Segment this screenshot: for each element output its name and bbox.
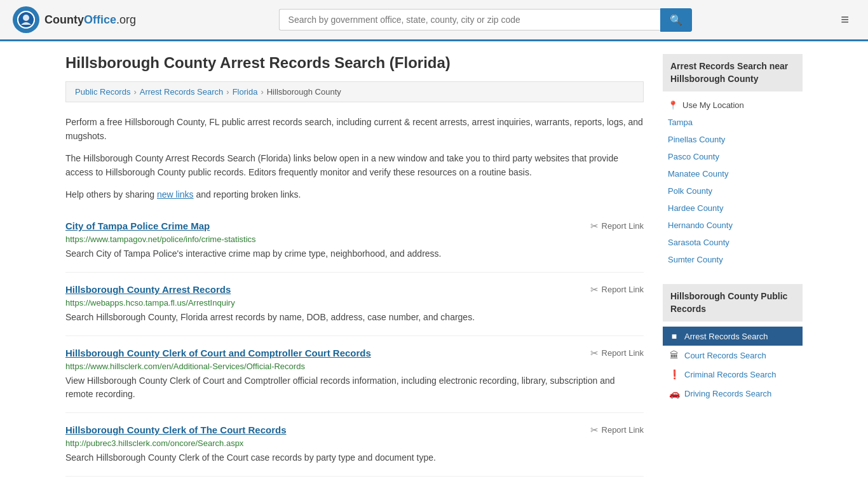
result-desc-2: View Hillsborough County Clerk of Court … [65,374,644,401]
result-item-2: Hillsborough County Clerk of Court and C… [65,336,644,413]
result-item-4: Hillsborough County Court Records (Flori… [65,477,644,488]
result-header-2: Hillsborough County Clerk of Court and C… [65,348,644,359]
search-button[interactable]: 🔍 [660,8,692,32]
logo-suffix: .org [116,13,136,26]
criminal-records-icon: ❗ [669,369,679,379]
result-url-3: http://pubrec3.hillsclerk.com/oncore/Sea… [65,438,644,448]
result-url-2: https://www.hillsclerk.com/en/Additional… [65,362,644,371]
description-2: The Hillsborough County Arrest Records S… [65,151,644,180]
arrest-records-icon: ■ [669,331,679,341]
breadcrumb: Public Records › Arrest Records Search ›… [65,81,644,102]
header-right: ≡ [834,8,855,31]
sidebar-nearby-hardee[interactable]: Hardee County [663,200,803,217]
result-desc-3: Search Hillsborough County Clerk of the … [65,451,644,464]
driving-records-label: Driving Records Search [684,389,771,398]
report-icon-2: ✂ [590,348,599,359]
breadcrumb-current: Hillsborough County [267,87,341,97]
sidebar-nearby-pasco[interactable]: Pasco County [663,148,803,165]
menu-button[interactable]: ≡ [834,8,855,31]
result-title-1[interactable]: Hillsborough County Arrest Records [65,284,231,295]
description-3: Help others by sharing new links and rep… [65,187,644,201]
result-url-0: https://www.tampagov.net/police/info/cri… [65,234,644,244]
report-link-1[interactable]: ✂ Report Link [590,284,644,295]
result-header-1: Hillsborough County Arrest Records ✂ Rep… [65,284,644,295]
sidebar-arrest-records-search[interactable]: ■ Arrest Records Search [663,327,803,346]
logo-icon [13,6,39,33]
sidebar-driving-records-search[interactable]: 🚗 Driving Records Search [663,384,803,403]
report-icon-1: ✂ [590,284,599,295]
main-container: Hillsborough County Arrest Records Searc… [53,41,815,488]
logo-text: CountyOffice.org [44,13,136,27]
sidebar-nearby-pinellas[interactable]: Pinellas County [663,131,803,148]
sidebar-nearby-sarasota[interactable]: Sarasota County [663,234,803,251]
result-item-3: Hillsborough County Clerk of The Court R… [65,413,644,477]
court-records-icon: 🏛 [669,350,679,360]
content-area: Hillsborough County Arrest Records Searc… [65,54,644,488]
desc3-pre: Help others by sharing [65,189,157,200]
sidebar-court-records-search[interactable]: 🏛 Court Records Search [663,346,803,365]
result-desc-0: Search City of Tampa Police's interactiv… [65,247,644,261]
site-header: CountyOffice.org 🔍 ≡ [0,0,868,41]
location-pin-icon: 📍 [668,100,678,110]
report-icon-0: ✂ [590,220,599,232]
sidebar-nearby-polk-label: Polk County [668,186,712,196]
logo-area: CountyOffice.org [13,6,136,33]
sidebar-public-records-title: Hillsborough County Public Records [663,284,803,322]
search-input[interactable] [279,9,660,30]
criminal-records-label: Criminal Records Search [684,370,776,379]
description-1: Perform a free Hillsborough County, FL p… [65,115,644,144]
sidebar-nearby-sumter[interactable]: Sumter County [663,251,803,268]
sidebar-nearby-manatee[interactable]: Manatee County [663,165,803,182]
result-title-3[interactable]: Hillsborough County Clerk of The Court R… [65,424,287,435]
logo-text-office: Office [84,13,116,26]
sidebar-public-records-section: Hillsborough County Public Records ■ Arr… [663,284,803,403]
use-my-location-label: Use My Location [682,100,744,110]
report-icon-3: ✂ [590,424,599,436]
court-records-label: Court Records Search [684,351,766,360]
sidebar-nearby-title: Arrest Records Search near Hillsborough … [663,54,803,92]
result-url-1: https://webapps.hcso.tampa.fl.us/ArrestI… [65,298,644,308]
sidebar-nearby-sarasota-label: Sarasota County [668,238,729,247]
breadcrumb-arrest-records[interactable]: Arrest Records Search [140,87,224,97]
breadcrumb-sep-1: › [133,87,136,97]
sidebar-nearby-manatee-label: Manatee County [668,169,728,179]
breadcrumb-florida[interactable]: Florida [233,87,258,97]
page-title: Hillsborough County Arrest Records Searc… [65,54,644,72]
report-label-0: Report Link [602,221,644,231]
results-list: City of Tampa Police Crime Map ✂ Report … [65,209,644,488]
result-desc-1: Search Hillsborough County, Florida arre… [65,311,644,324]
svg-point-1 [23,15,29,21]
breadcrumb-public-records[interactable]: Public Records [75,87,130,97]
sidebar-nearby-sumter-label: Sumter County [668,255,723,264]
report-link-3[interactable]: ✂ Report Link [590,424,644,436]
driving-records-icon: 🚗 [669,388,679,398]
result-title-0[interactable]: City of Tampa Police Crime Map [65,220,210,231]
result-item-0: City of Tampa Police Crime Map ✂ Report … [65,209,644,273]
report-label-3: Report Link [602,425,644,435]
sidebar-criminal-records-search[interactable]: ❗ Criminal Records Search [663,365,803,384]
sidebar-use-my-location[interactable]: 📍 Use My Location [663,97,803,114]
arrest-records-label: Arrest Records Search [684,332,768,341]
breadcrumb-sep-3: › [261,87,263,97]
sidebar-nearby-hernando-label: Hernando County [668,220,733,230]
sidebar-nearby-pinellas-label: Pinellas County [668,135,725,144]
sidebar-nearby-section: Arrest Records Search near Hillsborough … [663,54,803,268]
breadcrumb-sep-2: › [226,87,229,97]
report-link-0[interactable]: ✂ Report Link [590,220,644,232]
result-header-3: Hillsborough County Clerk of The Court R… [65,424,644,436]
report-label-1: Report Link [602,285,644,294]
sidebar-nearby-tampa-label: Tampa [668,118,693,127]
new-links-link[interactable]: new links [157,189,194,200]
result-title-2[interactable]: Hillsborough County Clerk of Court and C… [65,348,371,358]
sidebar-nearby-hernando[interactable]: Hernando County [663,217,803,234]
desc3-post: and reporting broken links. [194,189,301,200]
report-label-2: Report Link [602,348,644,358]
sidebar-nearby-pasco-label: Pasco County [668,152,719,161]
result-header-0: City of Tampa Police Crime Map ✂ Report … [65,220,644,232]
sidebar-nearby-polk[interactable]: Polk County [663,182,803,200]
sidebar-nearby-hardee-label: Hardee County [668,203,723,213]
sidebar: Arrest Records Search near Hillsborough … [663,54,803,488]
sidebar-nearby-tampa[interactable]: Tampa [663,114,803,131]
report-link-2[interactable]: ✂ Report Link [590,348,644,359]
result-item-1: Hillsborough County Arrest Records ✂ Rep… [65,273,644,336]
